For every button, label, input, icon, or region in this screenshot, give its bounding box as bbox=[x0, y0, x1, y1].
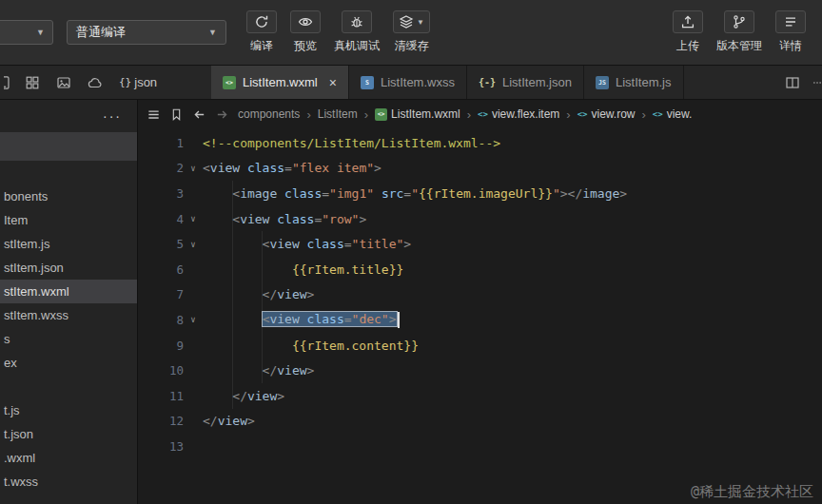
sidebar-item-s[interactable]: s bbox=[0, 327, 137, 351]
code-token: class bbox=[307, 237, 344, 251]
fold-chevron-icon[interactable]: ∨ bbox=[184, 214, 203, 223]
tab-ListItem.wxss[interactable]: SListItem.wxss bbox=[349, 66, 467, 99]
left-dropdown[interactable]: ▼ bbox=[0, 20, 53, 45]
cloud-icon[interactable] bbox=[88, 75, 103, 90]
breadcrumb-item-ListItem[interactable]: ListItem bbox=[318, 107, 358, 121]
breadcrumb-item-ListItem-wxml[interactable]: <>ListItem.wxml bbox=[375, 107, 460, 121]
code-line-6[interactable]: 6 {{rItem.title}} bbox=[138, 257, 822, 282]
device-debug-button[interactable]: 真机调试 bbox=[334, 10, 380, 54]
sidebar-spacer bbox=[0, 375, 137, 398]
layout-grid-icon[interactable] bbox=[25, 75, 40, 90]
code-token: </ bbox=[203, 414, 218, 428]
sidebar-item-t-json[interactable]: t.json bbox=[0, 422, 137, 446]
code-line-9[interactable]: 9 {{rItem.content}} bbox=[138, 333, 822, 359]
navigate-back-icon[interactable] bbox=[192, 107, 206, 122]
sidebar-item-Item[interactable]: Item bbox=[0, 208, 137, 232]
tab-ListItem.js[interactable]: JSListItem.js bbox=[584, 66, 684, 99]
breadcrumb-item-view-flex-item[interactable]: <>view.flex.item bbox=[478, 107, 559, 121]
code-token bbox=[277, 186, 284, 201]
sidebar-item--wxml[interactable]: .wxml bbox=[0, 446, 137, 470]
sidebar-item-stItem-json[interactable]: stItem.json bbox=[0, 256, 137, 280]
code-line-2[interactable]: 2∨<view class="flex item"> bbox=[138, 156, 822, 182]
wxss-file-icon: S bbox=[361, 76, 374, 89]
code-token: view bbox=[247, 389, 277, 403]
split-editor-icon[interactable] bbox=[785, 75, 800, 90]
sidebar-item-ex[interactable]: ex bbox=[0, 351, 137, 375]
tab-ListItem.json[interactable]: {-}ListItem.json bbox=[467, 66, 584, 99]
code-token: image bbox=[240, 186, 277, 201]
code-line-13[interactable]: 13 bbox=[138, 434, 822, 459]
code-token: > bbox=[359, 212, 366, 226]
code-line-12[interactable]: 12</view> bbox=[138, 409, 822, 435]
fold-chevron-icon[interactable]: ∨ bbox=[184, 315, 203, 324]
code-line-10[interactable]: 10 </view> bbox=[138, 358, 822, 383]
sidebar-item-bonents[interactable]: bonents bbox=[0, 184, 137, 208]
layers-icon bbox=[399, 14, 414, 29]
json-badge[interactable]: {}json bbox=[119, 75, 157, 89]
sidebar-item-stItem-js[interactable]: stItem.js bbox=[0, 232, 137, 256]
code-token: > bbox=[403, 237, 411, 251]
sidebar-selected-row[interactable] bbox=[0, 132, 137, 161]
code-token bbox=[300, 237, 307, 251]
breadcrumb-label: view.flex.item bbox=[492, 107, 559, 121]
fold-chevron-icon[interactable]: ∨ bbox=[184, 240, 203, 249]
upload-button[interactable]: 上传 bbox=[673, 10, 703, 54]
code-line-8[interactable]: 8∨ <view class="dec"> bbox=[138, 307, 822, 333]
code-token: < bbox=[203, 212, 240, 226]
clear-cache-button[interactable]: ▼清缓存 bbox=[393, 10, 430, 54]
more-icon[interactable] bbox=[812, 75, 822, 90]
code-text: </view> bbox=[203, 414, 255, 428]
code-editor[interactable]: 1<!--components/ListItem/ListItem.wxml--… bbox=[138, 128, 822, 504]
js-file-icon: JS bbox=[596, 76, 609, 89]
tab-ListItem.wxml[interactable]: <>ListItem.wxml× bbox=[211, 66, 349, 99]
version-control-button[interactable]: 版本管理 bbox=[716, 10, 762, 54]
line-number: 3 bbox=[138, 186, 184, 201]
chevron-down-icon: ▼ bbox=[36, 29, 45, 37]
code-token: <!--components/ListItem/ListItem.wxml--> bbox=[203, 136, 500, 150]
navigate-forward-icon[interactable] bbox=[215, 107, 229, 122]
outline-list-icon[interactable] bbox=[147, 107, 161, 122]
close-tab-icon[interactable]: × bbox=[329, 76, 337, 89]
code-token: view bbox=[218, 414, 247, 428]
compile-button[interactable]: 编译 bbox=[246, 10, 277, 54]
compile-mode-select[interactable]: 普通编译 ▼ bbox=[67, 20, 226, 45]
sidebar-spacer bbox=[0, 161, 137, 184]
code-token: > bbox=[277, 389, 284, 403]
details-button[interactable]: 详情 bbox=[775, 10, 806, 54]
tab-label: ListItem.js bbox=[616, 75, 672, 89]
fold-chevron-icon[interactable]: ∨ bbox=[184, 164, 203, 173]
tab-bar: {}json <>ListItem.wxml×SListItem.wxss{-}… bbox=[0, 66, 822, 100]
editor-pane: components›ListItem›<>ListItem.wxml›<>vi… bbox=[138, 100, 822, 504]
bookmark-icon[interactable] bbox=[169, 107, 184, 122]
code-line-5[interactable]: 5∨ <view class="title"> bbox=[138, 231, 822, 257]
line-number: 8 bbox=[138, 313, 184, 327]
sidebar-item-stItem-wxss[interactable]: stItem.wxss bbox=[0, 303, 137, 327]
version-control-icon-box bbox=[724, 10, 754, 33]
breadcrumb-item-view-row[interactable]: <>view.row bbox=[577, 107, 636, 121]
element-symbol-icon: <> bbox=[653, 109, 663, 119]
breadcrumb-item-view-[interactable]: <>view. bbox=[653, 107, 693, 121]
sidebar-item-stItem-wxml[interactable]: stItem.wxml bbox=[0, 280, 137, 303]
code-line-3[interactable]: 3 <image class="img1" src="{{rItem.image… bbox=[138, 181, 822, 206]
compile-icon bbox=[254, 14, 269, 29]
preview-button[interactable]: 预览 bbox=[290, 10, 321, 54]
indent-guide bbox=[262, 231, 263, 383]
code-token: = bbox=[322, 186, 329, 201]
code-token: class bbox=[307, 312, 344, 326]
breadcrumb-item-components[interactable]: components bbox=[238, 107, 300, 121]
code-token: class bbox=[277, 212, 314, 226]
code-line-11[interactable]: 11 </view> bbox=[138, 383, 822, 409]
tab-label: ListItem.json bbox=[502, 75, 572, 89]
code-line-1[interactable]: 1<!--components/ListItem/ListItem.wxml--… bbox=[138, 130, 822, 156]
sidebar-more-button[interactable]: ··· bbox=[0, 100, 137, 132]
sidebar-item-t-wxss[interactable]: t.wxss bbox=[0, 470, 137, 494]
image-panel-icon[interactable] bbox=[56, 75, 71, 90]
selected-text: <view class="dec"> bbox=[263, 312, 397, 326]
sidebar-item-t-js[interactable]: t.js bbox=[0, 398, 137, 422]
device-panel-icon[interactable] bbox=[4, 75, 14, 90]
code-line-4[interactable]: 4∨ <view class="row"> bbox=[138, 206, 822, 232]
line-number: 2 bbox=[138, 161, 184, 175]
code-line-7[interactable]: 7 </view> bbox=[138, 282, 822, 308]
breadcrumb-label: view.row bbox=[592, 107, 636, 121]
toolbar-left-buttons: 编译预览真机调试▼清缓存 bbox=[240, 10, 437, 54]
